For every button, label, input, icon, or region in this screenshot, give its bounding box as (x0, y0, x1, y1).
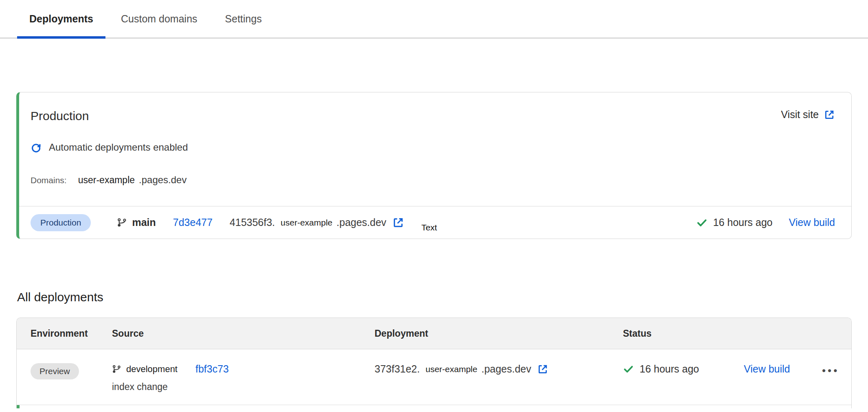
success-check-icon (696, 217, 708, 228)
success-check-icon (623, 364, 634, 375)
environment-badge: Production (31, 214, 91, 231)
deployment-time: 16 hours ago (640, 363, 699, 375)
refresh-icon (31, 142, 42, 153)
domain-suffix: .pages.dev (139, 174, 186, 186)
deployment-table-row: Preview development fbf3c73 index change (17, 349, 851, 405)
tab-deployments[interactable]: Deployments (17, 0, 105, 39)
column-header-environment: Environment (31, 328, 112, 339)
visit-site-label: Visit site (781, 109, 819, 121)
commit-message: index change (112, 381, 375, 392)
column-header-deployment: Deployment (375, 328, 623, 339)
tab-settings[interactable]: Settings (213, 0, 274, 39)
open-deployment-link[interactable] (392, 217, 404, 229)
deployment-domain-suffix: .pages.dev (481, 363, 531, 375)
tab-bar: Deployments Custom domains Settings (0, 0, 868, 39)
deployment-domain-suffix: .pages.dev (337, 217, 386, 228)
domains-label: Domains: (31, 174, 67, 186)
text-annotation: Text (421, 223, 437, 232)
deployment-id: 373f31e2. (375, 363, 420, 375)
environment-badge: Preview (31, 363, 79, 379)
production-card: Production Visit site Automat (16, 92, 852, 239)
auto-deployments-text: Automatic deployments enabled (49, 141, 188, 153)
production-deployment-row: Production main 7d3e477 415356f3. user-e… (19, 206, 851, 239)
deployments-table-header: Environment Source Deployment Status (17, 318, 851, 349)
view-build-link[interactable]: View build (789, 217, 835, 228)
deployment-domain: user-example (281, 218, 332, 228)
open-deployment-link[interactable] (537, 364, 548, 375)
commit-hash-link[interactable]: fbf3c73 (195, 363, 229, 375)
next-row-peek (17, 405, 851, 408)
external-link-icon (824, 109, 835, 121)
commit-hash-link[interactable]: 7d3e477 (173, 217, 213, 228)
deployment-id: 415356f3. (230, 217, 275, 228)
all-deployments-title: All deployments (17, 290, 868, 305)
branch-name: main (132, 217, 156, 228)
column-header-status: Status (623, 328, 744, 339)
row-menu-ellipsis-icon[interactable]: ••• (822, 364, 839, 377)
branch-name: development (126, 364, 178, 375)
git-branch-icon (117, 217, 127, 228)
git-branch-icon (112, 364, 121, 374)
domain-name: user-example (78, 174, 135, 186)
column-header-source: Source (112, 328, 375, 339)
deployment-time: 16 hours ago (713, 217, 773, 228)
production-card-title: Production (31, 109, 89, 123)
deployment-domain: user-example (425, 364, 477, 374)
deployments-table: Environment Source Deployment Status Pre… (16, 318, 852, 408)
tab-custom-domains[interactable]: Custom domains (109, 0, 210, 39)
view-build-link[interactable]: View build (744, 363, 790, 375)
visit-site-button[interactable]: Visit site (781, 109, 835, 121)
